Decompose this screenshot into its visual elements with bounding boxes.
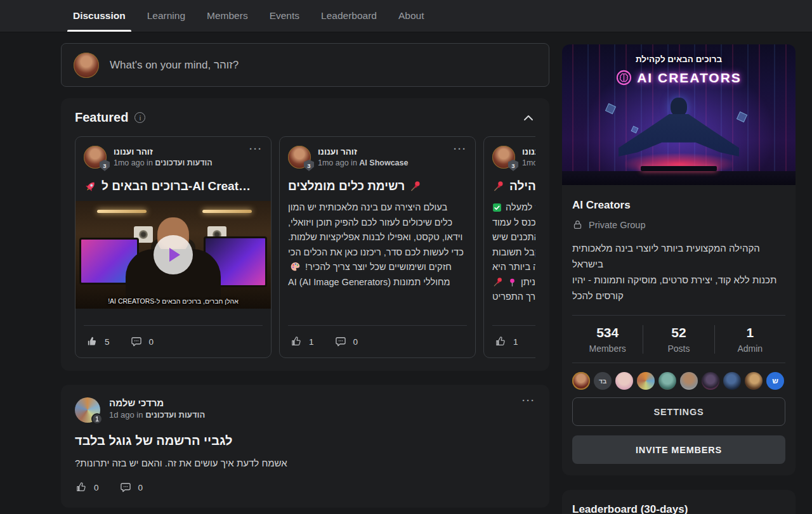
cover-figure bbox=[671, 98, 687, 117]
post-title: קהילה bbox=[492, 179, 535, 193]
author-avatar[interactable]: 3 bbox=[288, 146, 311, 169]
stat-posts[interactable]: 52 Posts bbox=[643, 325, 714, 354]
stat-members[interactable]: 534 Members bbox=[572, 325, 643, 354]
level-badge: 3 bbox=[508, 160, 518, 171]
tab-members[interactable]: Members bbox=[207, 0, 248, 32]
studio-light bbox=[97, 210, 147, 213]
comment-button[interactable] bbox=[334, 335, 347, 348]
pushpin-emoji bbox=[409, 180, 422, 193]
comment-icon bbox=[130, 335, 143, 348]
pushpin-emoji bbox=[492, 180, 505, 193]
post-meta: 1mo bbox=[522, 158, 535, 169]
post-body-fragment: בה ביותר היא bbox=[492, 260, 535, 275]
thumbs-up-icon bbox=[290, 335, 303, 348]
play-icon bbox=[169, 248, 180, 262]
stat-label: Members bbox=[572, 344, 643, 354]
post-category[interactable]: AI Showcase bbox=[359, 158, 408, 167]
author-name[interactable]: מרדכי שלמה bbox=[109, 397, 205, 408]
group-cover-image[interactable]: ברוכים הבאים לקהילת AI CREATORS bbox=[562, 44, 796, 185]
kebab-menu-icon[interactable]: ··· bbox=[522, 397, 535, 404]
member-avatar[interactable] bbox=[572, 372, 590, 390]
like-button[interactable] bbox=[75, 481, 88, 494]
thumbs-up-icon bbox=[494, 335, 507, 348]
member-avatar[interactable] bbox=[658, 372, 676, 390]
member-avatar[interactable] bbox=[723, 372, 741, 390]
pushpin-emoji bbox=[492, 276, 504, 288]
member-avatar[interactable] bbox=[615, 372, 633, 390]
author-name[interactable]: ענונו bbox=[522, 146, 535, 158]
post-title: לגביי הרשמה של גוגל בלבד bbox=[75, 434, 535, 448]
tab-label: Events bbox=[270, 10, 299, 22]
post-category[interactable]: הודעות ועדכונים bbox=[145, 410, 205, 420]
tab-events[interactable]: Events bbox=[270, 0, 299, 32]
author-avatar[interactable]: 3 bbox=[492, 146, 515, 169]
comment-button[interactable] bbox=[119, 481, 132, 494]
like-count: 1 bbox=[309, 337, 314, 347]
post-title: ברוכים הבאים ל-AI Creat… bbox=[84, 179, 263, 193]
kebab-menu-icon[interactable]: ··· bbox=[249, 146, 263, 152]
kebab-menu-icon[interactable]: ··· bbox=[454, 146, 467, 152]
cover-desk bbox=[562, 171, 796, 185]
video-thumbnail[interactable]: אהלן חברים, ברוכים הבאים ל-AI CREATORS! bbox=[75, 201, 271, 309]
group-stats: 534 Members 52 Posts 1 Admin bbox=[572, 316, 785, 363]
settings-button[interactable]: SETTINGS bbox=[572, 397, 785, 426]
tab-learning[interactable]: Learning bbox=[147, 0, 185, 32]
post-title: רשימת כלים מומלצים bbox=[288, 179, 467, 193]
comment-button[interactable] bbox=[130, 335, 143, 348]
thumbs-up-filled-icon bbox=[86, 335, 98, 348]
tab-about[interactable]: About bbox=[398, 0, 424, 32]
stat-admins[interactable]: 1 Admin bbox=[714, 325, 785, 354]
group-card: ברוכים הבאים לקהילת AI CREATORS AI Creat… bbox=[562, 44, 796, 475]
invite-members-button[interactable]: INVITE MEMBERS bbox=[572, 435, 785, 464]
post-time: 1mo ago in bbox=[318, 158, 357, 167]
like-button[interactable] bbox=[494, 335, 507, 348]
stat-value: 1 bbox=[715, 325, 785, 340]
member-avatar[interactable] bbox=[637, 372, 655, 390]
member-avatar[interactable] bbox=[702, 372, 719, 390]
feed-post[interactable]: 1 מרדכי שלמה 1d ago in הודעות ועדכונים ·… bbox=[61, 385, 549, 508]
featured-card-community[interactable]: 3 ענונו 1mo קהילה למעלה ? היכנס ל עמוד ה… bbox=[483, 136, 535, 358]
collapse-featured-button[interactable] bbox=[521, 111, 535, 125]
author-name[interactable]: זוהר וענונו bbox=[318, 146, 408, 158]
like-button[interactable] bbox=[290, 335, 303, 348]
post-body-fragment: התכנים שיש bbox=[492, 230, 535, 245]
member-avatar[interactable]: בד bbox=[594, 372, 612, 390]
like-count: 0 bbox=[94, 483, 99, 492]
post-category[interactable]: הודעות ועדכונים bbox=[155, 158, 212, 167]
featured-card-welcome[interactable]: 3 זוהר וענונו 1mo ago in הודעות ועדכונים… bbox=[75, 136, 272, 358]
post-body-text: בעולם היצירה עם בינה מלאכותית יש המון כל… bbox=[288, 202, 464, 272]
tab-label: Learning bbox=[147, 10, 185, 22]
comment-count: 0 bbox=[138, 483, 143, 492]
like-button[interactable] bbox=[86, 335, 98, 348]
featured-section: Featured i 3 זוהר וענונו 1mo ago in הודע… bbox=[61, 98, 549, 371]
post-body-fragment: למעלה ? bbox=[506, 200, 535, 215]
level-badge: 1 bbox=[91, 413, 103, 425]
play-button[interactable] bbox=[154, 235, 193, 274]
check-emoji bbox=[492, 203, 502, 212]
thumbs-up-icon bbox=[75, 481, 88, 494]
cover-logo-text: AI CREATORS bbox=[637, 70, 742, 86]
palette-emoji bbox=[290, 261, 301, 272]
post-composer[interactable]: What's on your mind, זוהר? bbox=[61, 43, 549, 87]
tab-label: Leaderboard bbox=[321, 10, 377, 22]
chevron-up-icon bbox=[521, 111, 535, 125]
author-avatar[interactable]: 1 bbox=[75, 397, 100, 423]
member-avatar[interactable]: ש bbox=[766, 372, 784, 390]
leaderboard-title: Leaderboard (30-days) bbox=[572, 503, 785, 514]
current-user-avatar[interactable] bbox=[74, 53, 99, 78]
member-avatar[interactable] bbox=[680, 372, 698, 390]
cover-welcome-text: ברוכים הבאים לקהילת bbox=[562, 55, 796, 64]
post-title-text: ברוכים הבאים ל-AI Creat… bbox=[102, 179, 251, 193]
post-meta: 1mo ago in הודעות ועדכונים bbox=[114, 158, 213, 169]
author-avatar[interactable]: 3 bbox=[84, 146, 107, 169]
post-body: למעלה ? היכנס ל עמוד התכנים שיש קבל תשוב… bbox=[492, 200, 535, 305]
active-tab-underline bbox=[67, 30, 131, 32]
featured-card-tools[interactable]: 3 זוהר וענונו 1mo ago in AI Showcase ···… bbox=[279, 136, 476, 358]
author-name[interactable]: זוהר וענונו bbox=[114, 146, 213, 158]
tab-leaderboard[interactable]: Leaderboard bbox=[321, 0, 377, 32]
info-icon[interactable]: i bbox=[134, 112, 145, 123]
tab-discussion[interactable]: Discussion bbox=[73, 0, 126, 32]
post-body: בעולם היצירה עם בינה מלאכותית יש המון כל… bbox=[288, 200, 467, 305]
member-avatar[interactable] bbox=[745, 372, 763, 390]
post-meta: 1mo ago in AI Showcase bbox=[318, 158, 408, 169]
